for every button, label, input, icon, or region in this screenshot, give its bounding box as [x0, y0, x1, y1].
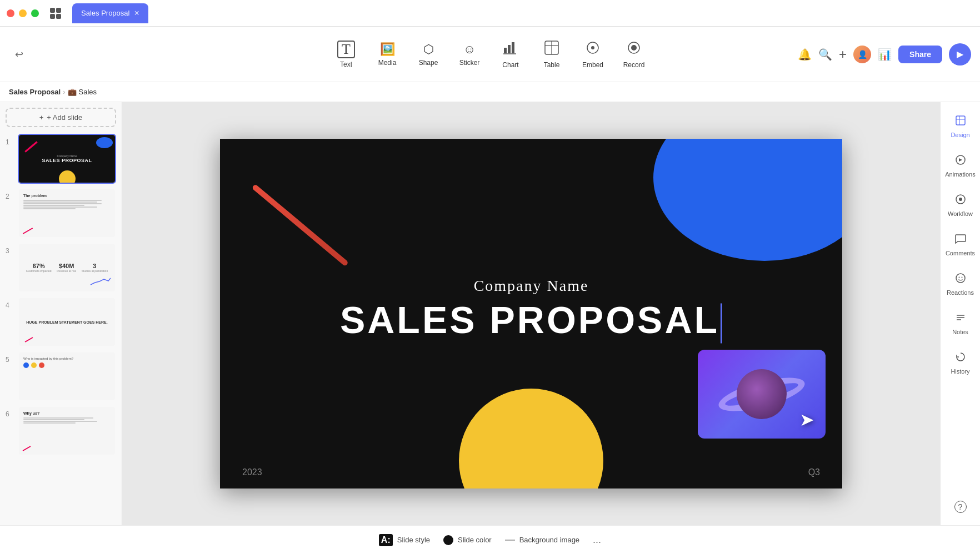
dot-blue	[23, 362, 29, 368]
undo-button[interactable]: ↩	[9, 44, 29, 64]
toolbar-left: ↩	[9, 44, 29, 64]
slide-item-5[interactable]: 5 Who is impacted by this problem?	[6, 351, 116, 401]
record-icon	[626, 40, 642, 59]
add-slide-label: + Add slide	[47, 113, 82, 122]
slide3-label3: Studies at publication	[82, 269, 108, 273]
slide-thumb-3[interactable]: 67% Customers impacted $40M Revenue at r…	[18, 243, 116, 293]
slide-number-5: 5	[6, 351, 14, 364]
slide-thumb-2[interactable]: The problem	[18, 188, 116, 238]
canvas-title-text: SALES PROPOSAL	[340, 299, 719, 341]
slide-thumb-4[interactable]: HUGE PROBLEM STATEMENT GOES HERE.	[18, 297, 116, 347]
breadcrumb-title: Sales Proposal	[9, 88, 61, 96]
thumb-blue-blob	[96, 137, 113, 148]
help-button[interactable]: ?	[943, 495, 978, 518]
shape-tool-button[interactable]: ⬡ Shape	[409, 32, 448, 77]
sticker-tool-button[interactable]: ☺ Sticker	[450, 32, 489, 77]
slide-panel: + + Add slide 1 Company Name SALES PROPO…	[0, 102, 122, 525]
tab-close-btn[interactable]: ×	[134, 8, 139, 18]
avatar[interactable]: 👤	[853, 46, 871, 63]
chart-tool-button[interactable]: Chart	[491, 32, 530, 77]
slide-thumb-4-inner: HUGE PROBLEM STATEMENT GOES HERE.	[19, 298, 115, 346]
slide-item-1[interactable]: 1 Company Name SALES PROPOSAL	[6, 134, 116, 184]
right-tool-workflow[interactable]: Workflow	[943, 188, 978, 223]
workflow-icon	[954, 193, 967, 208]
add-button[interactable]: +	[839, 47, 847, 62]
slide-item-3[interactable]: 3 67% Customers impacted $40M Revenue at…	[6, 243, 116, 293]
sticker-cursor-icon: ➤	[799, 409, 814, 430]
media-tool-button[interactable]: 🖼️ Media	[368, 32, 407, 77]
minimize-window-btn[interactable]	[19, 9, 27, 17]
dot-red	[39, 362, 44, 368]
breadcrumb-sep: ›	[63, 88, 65, 96]
reactions-icon	[954, 272, 967, 287]
play-button[interactable]: ▶	[949, 43, 971, 66]
right-tool-design-label: Design	[951, 132, 969, 138]
right-tool-reactions[interactable]: Reactions	[943, 266, 978, 301]
tab-label[interactable]: Sales Proposal	[81, 9, 129, 17]
slide3-stat2: $40M Revenue at risk	[57, 263, 76, 273]
thumb-text: Company Name SALES PROPOSAL	[42, 154, 92, 163]
slide-item-6[interactable]: 6 Why us?	[6, 406, 116, 456]
slide3-stat1: 67% Customers impacted	[26, 263, 52, 273]
slide-thumb-5[interactable]: Who is impacted by this problem?	[18, 351, 116, 401]
right-tool-notes-label: Notes	[952, 329, 968, 335]
right-panel: Design Animations Workflow	[940, 102, 980, 525]
slide-color-item[interactable]: Slide color	[443, 535, 492, 545]
thumb-yellow-circle	[59, 170, 76, 183]
maximize-window-btn[interactable]	[31, 9, 39, 17]
slide-style-item[interactable]: A: Slide style	[379, 534, 430, 546]
slide-number-4: 4	[6, 297, 14, 309]
toolbar-right: 🔔 🔍 + 👤 📊 Share ▶	[798, 43, 971, 66]
canvas-area: Company Name SALES PROPOSAL 2023 Q3 ➤	[122, 102, 940, 525]
slide-thumb-5-inner: Who is impacted by this problem?	[19, 352, 115, 400]
canvas-quarter: Q3	[808, 467, 820, 477]
text-tool-button[interactable]: T Text	[327, 32, 366, 77]
table-tool-button[interactable]: Table	[532, 32, 571, 77]
slide-item-4[interactable]: 4 HUGE PROBLEM STATEMENT GOES HERE.	[6, 297, 116, 347]
animations-icon	[954, 154, 967, 169]
slide2-content: The problem	[19, 189, 115, 237]
slide-style-label: Slide style	[397, 536, 430, 544]
right-tool-notes[interactable]: Notes	[943, 306, 978, 341]
slide-thumb-2-inner: The problem	[19, 189, 115, 237]
notification-icon[interactable]: 🔔	[798, 48, 812, 61]
slide-style-icon: A:	[379, 534, 393, 546]
record-tool-button[interactable]: Record	[614, 32, 653, 77]
media-icon: 🖼️	[380, 42, 395, 57]
analytics-icon[interactable]: 📊	[878, 48, 892, 61]
right-tool-comments[interactable]: Comments	[943, 227, 978, 262]
right-tool-history[interactable]: History	[943, 345, 978, 380]
slide3-val1: 67%	[26, 263, 52, 269]
more-options-button[interactable]: ...	[593, 534, 601, 546]
add-slide-button[interactable]: + + Add slide	[6, 108, 116, 127]
background-image-item[interactable]: Background image	[505, 536, 579, 544]
slide-thumb-6[interactable]: Why us?	[18, 406, 116, 456]
embed-tool-button[interactable]: Embed	[573, 32, 612, 77]
breadcrumb-emoji: 💼	[68, 88, 77, 96]
right-tool-design[interactable]: Design	[943, 109, 978, 144]
close-window-btn[interactable]	[7, 9, 14, 17]
slide4-content: HUGE PROBLEM STATEMENT GOES HERE.	[19, 298, 115, 346]
slide-canvas[interactable]: Company Name SALES PROPOSAL 2023 Q3 ➤	[220, 139, 842, 488]
shape-tool-label: Shape	[419, 59, 438, 67]
slide-item-2[interactable]: 2 The problem	[6, 188, 116, 238]
slide5-title: Who is impacted by this problem?	[23, 357, 111, 360]
canvas-yellow-circle	[459, 389, 603, 488]
slide-number-1: 1	[6, 134, 14, 146]
text-tool-label: Text	[340, 61, 352, 68]
help-icon: ?	[954, 501, 967, 513]
apps-icon[interactable]	[48, 6, 63, 21]
main-area: + + Add slide 1 Company Name SALES PROPO…	[0, 102, 980, 525]
right-tool-animations[interactable]: Animations	[943, 148, 978, 183]
toolbar: ↩ T Text 🖼️ Media ⬡ Shape ☺ Sticker	[0, 27, 980, 82]
right-panel-bottom: ?	[943, 495, 978, 518]
bottom-toolbar: A: Slide style Slide color Background im…	[0, 525, 980, 554]
right-tool-workflow-label: Workflow	[948, 210, 973, 217]
search-icon[interactable]: 🔍	[818, 48, 832, 61]
slide-thumb-1[interactable]: Company Name SALES PROPOSAL	[18, 134, 116, 184]
share-button[interactable]: Share	[898, 46, 942, 63]
canvas-sticker: ➤	[698, 350, 826, 439]
slide-number-3: 3	[6, 243, 14, 255]
title-bar: Sales Proposal ×	[0, 0, 980, 27]
embed-tool-label: Embed	[582, 61, 603, 69]
